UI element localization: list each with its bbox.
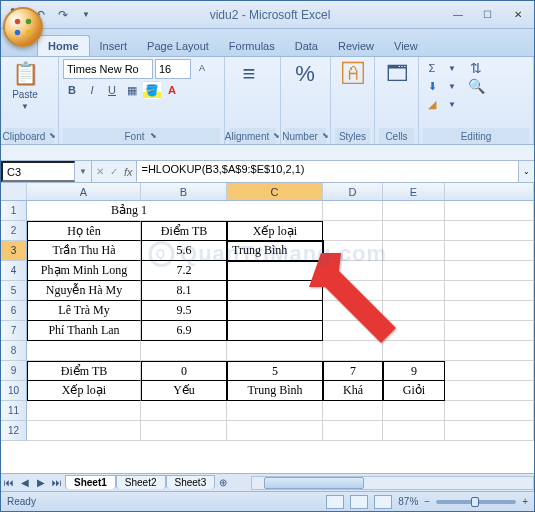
row-header-12[interactable]: 12 — [1, 421, 27, 441]
cell-C3[interactable]: Trung Bình — [227, 241, 323, 261]
col-header-c[interactable]: C — [227, 183, 323, 200]
tab-formulas[interactable]: Formulas — [219, 36, 285, 56]
cell-C5[interactable] — [227, 281, 323, 301]
styles-button[interactable]: 🄰 — [335, 59, 370, 89]
row-header-11[interactable]: 11 — [1, 401, 27, 421]
cell-D7[interactable] — [323, 321, 383, 341]
cell-E2[interactable] — [383, 221, 445, 241]
chevron-down-icon[interactable]: ▼ — [443, 77, 461, 95]
last-sheet-icon[interactable]: ⏭ — [49, 475, 65, 491]
cell-E4[interactable] — [383, 261, 445, 281]
cell-E7[interactable] — [383, 321, 445, 341]
zoom-slider[interactable] — [436, 500, 516, 504]
cell-D12[interactable] — [323, 421, 383, 441]
cell-D4[interactable] — [323, 261, 383, 281]
normal-view-icon[interactable] — [326, 495, 344, 509]
font-family-select[interactable] — [63, 59, 153, 79]
minimize-button[interactable]: — — [444, 5, 472, 25]
cell-A8[interactable] — [27, 341, 141, 361]
qat-dropdown-icon[interactable]: ▼ — [76, 5, 96, 25]
tab-home[interactable]: Home — [37, 35, 90, 56]
cell-A4[interactable]: Phạm Minh Long — [27, 261, 141, 281]
cell-B7[interactable]: 6.9 — [141, 321, 227, 341]
name-box[interactable] — [1, 161, 75, 182]
font-size-select[interactable] — [155, 59, 191, 79]
office-button[interactable] — [3, 7, 43, 47]
cell-D5[interactable] — [323, 281, 383, 301]
number-dialog-icon[interactable]: ⬊ — [322, 131, 329, 141]
font-dialog-icon[interactable]: ⬊ — [149, 131, 159, 141]
clear-icon[interactable]: ◢ — [423, 95, 441, 113]
col-header-b[interactable]: B — [141, 183, 227, 200]
find-icon[interactable]: 🔍 — [467, 77, 485, 95]
zoom-in-icon[interactable]: + — [522, 496, 528, 507]
cell-E6[interactable] — [383, 301, 445, 321]
page-layout-view-icon[interactable] — [350, 495, 368, 509]
row-header-2[interactable]: 2 — [1, 221, 27, 241]
tab-view[interactable]: View — [384, 36, 428, 56]
col-header-e[interactable]: E — [383, 183, 445, 200]
row-header-7[interactable]: 7 — [1, 321, 27, 341]
cell-B9[interactable]: 0 — [141, 361, 227, 381]
cell-A1[interactable]: Bảng 1 — [27, 201, 227, 221]
cell-E8[interactable] — [383, 341, 445, 361]
cancel-formula-icon[interactable]: ✕ — [96, 166, 104, 177]
first-sheet-icon[interactable]: ⏮ — [1, 475, 17, 491]
col-header-a[interactable]: A — [27, 183, 141, 200]
sort-filter-icon[interactable]: ⇅ — [467, 59, 485, 77]
cell-A3[interactable]: Trần Thu Hà — [27, 241, 141, 261]
cell-A9[interactable]: Điểm TB — [27, 361, 141, 381]
italic-button[interactable]: I — [83, 81, 101, 99]
tab-data[interactable]: Data — [285, 36, 328, 56]
row-header-3[interactable]: 3 — [1, 241, 27, 261]
row-header-9[interactable]: 9 — [1, 361, 27, 381]
accept-formula-icon[interactable]: ✓ — [110, 166, 118, 177]
cell-A12[interactable] — [27, 421, 141, 441]
cell-B2[interactable]: Điểm TB — [141, 221, 227, 241]
cell-D3[interactable] — [323, 241, 383, 261]
next-sheet-icon[interactable]: ▶ — [33, 475, 49, 491]
cell-B12[interactable] — [141, 421, 227, 441]
cell-E1[interactable] — [383, 201, 445, 221]
row-header-6[interactable]: 6 — [1, 301, 27, 321]
row-header-1[interactable]: 1 — [1, 201, 27, 221]
sheet-tab-3[interactable]: Sheet3 — [166, 475, 216, 489]
cell-E12[interactable] — [383, 421, 445, 441]
cell-D2[interactable] — [323, 221, 383, 241]
cell-D10[interactable]: Khá — [323, 381, 383, 401]
prev-sheet-icon[interactable]: ◀ — [17, 475, 33, 491]
autosum-icon[interactable]: Σ — [423, 59, 441, 77]
cell-A7[interactable]: Phí Thanh Lan — [27, 321, 141, 341]
close-button[interactable]: ✕ — [504, 5, 532, 25]
cell-B3[interactable]: 5.6 — [141, 241, 227, 261]
horizontal-scrollbar[interactable] — [251, 476, 534, 490]
cell-E5[interactable] — [383, 281, 445, 301]
cell-B10[interactable]: Yếu — [141, 381, 227, 401]
alignment-button[interactable]: ≡ — [229, 59, 269, 89]
clipboard-dialog-icon[interactable]: ⬊ — [49, 131, 56, 141]
zoom-level[interactable]: 87% — [398, 496, 418, 507]
cell-E3[interactable] — [383, 241, 445, 261]
number-button[interactable]: % — [285, 59, 325, 89]
cell-E9[interactable]: 9 — [383, 361, 445, 381]
tab-page-layout[interactable]: Page Layout — [137, 36, 219, 56]
namebox-dropdown-icon[interactable]: ▼ — [79, 167, 87, 176]
border-button[interactable]: ▦ — [123, 81, 141, 99]
chevron-down-icon[interactable]: ▼ — [443, 59, 461, 77]
font-color-button[interactable]: A — [163, 81, 181, 99]
cell-C7[interactable] — [227, 321, 323, 341]
fill-icon[interactable]: ⬇ — [423, 77, 441, 95]
cell-B4[interactable]: 7.2 — [141, 261, 227, 281]
cell-C9[interactable]: 5 — [227, 361, 323, 381]
tab-review[interactable]: Review — [328, 36, 384, 56]
cell-A5[interactable]: Nguyễn Hà My — [27, 281, 141, 301]
underline-button[interactable]: U — [103, 81, 121, 99]
cell-A11[interactable] — [27, 401, 141, 421]
cell-C2[interactable]: Xếp loại — [227, 221, 323, 241]
grow-font-icon[interactable]: A — [193, 59, 211, 77]
zoom-out-icon[interactable]: − — [424, 496, 430, 507]
cells-button[interactable]: 🗔 — [379, 59, 414, 89]
cell-A2[interactable]: Họ tên — [27, 221, 141, 241]
cell-C6[interactable] — [227, 301, 323, 321]
cell-B8[interactable] — [141, 341, 227, 361]
